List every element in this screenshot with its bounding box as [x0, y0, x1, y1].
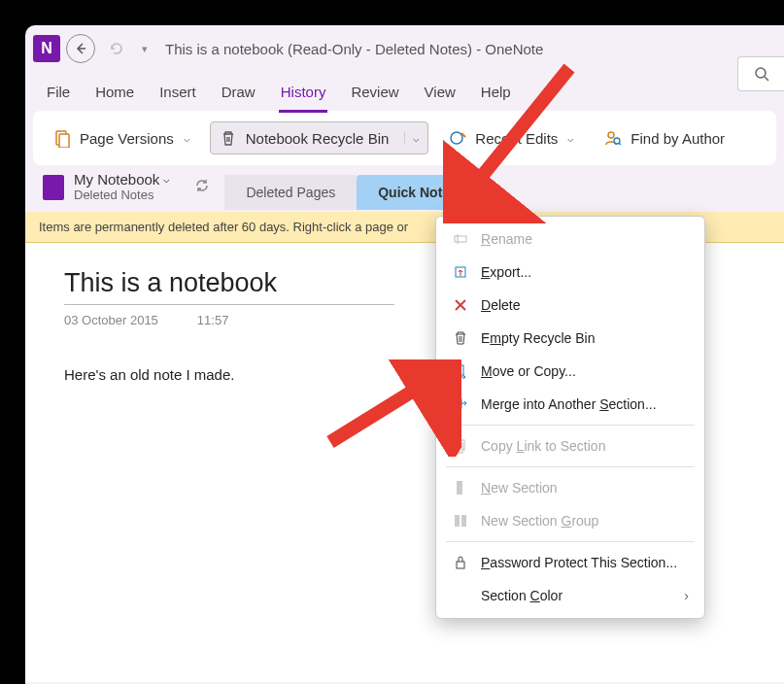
- notebook-picker[interactable]: My Notebook ⌵ Deleted Notes: [74, 171, 170, 202]
- ctx-rename: Rename: [436, 222, 704, 256]
- separator: [446, 541, 695, 542]
- chevron-down-icon: ⌵: [184, 132, 190, 145]
- ctx-section-color[interactable]: Section Color ›: [436, 579, 704, 612]
- separator: [446, 466, 695, 467]
- menu-help[interactable]: Help: [479, 80, 513, 110]
- undo-button[interactable]: [101, 34, 130, 63]
- qat-dropdown-icon[interactable]: ▾: [136, 43, 153, 55]
- notebook-bar: My Notebook ⌵ Deleted Notes Deleted Page…: [25, 165, 784, 212]
- recycle-bin-button[interactable]: Notebook Recycle Bin ⌵: [210, 121, 429, 154]
- page-versions-button[interactable]: Page Versions ⌵: [43, 122, 200, 154]
- search-icon: [753, 65, 770, 83]
- svg-rect-9: [455, 399, 461, 408]
- chevron-down-icon: ⌵: [404, 132, 420, 145]
- svg-point-3: [451, 132, 462, 144]
- merge-icon: [452, 395, 469, 413]
- notebook-subtitle: Deleted Notes: [74, 188, 170, 202]
- rename-icon: [452, 230, 469, 248]
- svg-point-4: [608, 132, 614, 138]
- ctx-merge[interactable]: Merge into Another Section...: [436, 388, 704, 421]
- onenote-app-icon: N: [33, 35, 60, 62]
- menu-insert[interactable]: Insert: [157, 80, 198, 110]
- trash-icon: [452, 329, 469, 347]
- delete-icon: [452, 296, 469, 314]
- page-title[interactable]: This is a notebook: [64, 268, 394, 305]
- chevron-down-icon: ⌵: [163, 173, 170, 186]
- note-time: 11:57: [197, 313, 229, 327]
- svg-rect-13: [455, 515, 460, 527]
- ribbon: Page Versions ⌵ Notebook Recycle Bin ⌵ R…: [33, 111, 776, 165]
- menu-review[interactable]: Review: [349, 80, 400, 110]
- svg-rect-12: [457, 481, 462, 495]
- recycle-bin-label: Notebook Recycle Bin: [246, 130, 390, 147]
- sync-icon[interactable]: [193, 177, 211, 198]
- search-box[interactable]: [737, 56, 784, 91]
- svg-rect-8: [456, 365, 463, 375]
- blank-icon: [452, 587, 469, 604]
- separator: [446, 425, 695, 426]
- find-by-author-label: Find by Author: [631, 130, 725, 147]
- menu-view[interactable]: View: [423, 80, 458, 110]
- chevron-right-icon: ›: [684, 588, 689, 603]
- note-date: 03 October 2015: [64, 313, 158, 327]
- recent-edits-label: Recent Edits: [475, 130, 558, 147]
- svg-rect-2: [59, 134, 69, 148]
- ctx-move-copy[interactable]: Move or Copy...: [436, 355, 704, 388]
- ctx-empty-recycle[interactable]: Empty Recycle Bin: [436, 322, 704, 355]
- context-menu: Rename Export... Delete Empty Recycle Bi…: [435, 216, 705, 619]
- ctx-new-section: New Section: [436, 471, 704, 504]
- section-icon: [452, 479, 469, 496]
- trash-icon: [219, 128, 238, 148]
- notebook-icon[interactable]: [43, 175, 64, 200]
- titlebar: N ▾ This is a notebook (Read-Only - Dele…: [25, 25, 784, 72]
- copy-link-icon: [452, 437, 469, 455]
- window-title: This is a notebook (Read-Only - Deleted …: [165, 41, 543, 57]
- export-icon: [452, 263, 469, 281]
- author-icon: [603, 128, 623, 148]
- svg-point-0: [756, 68, 766, 78]
- page-versions-icon: [52, 128, 72, 148]
- menu-draw[interactable]: Draw: [220, 80, 257, 110]
- tab-quick-notes[interactable]: Quick Notes: [357, 175, 479, 210]
- menu-home[interactable]: Home: [93, 80, 136, 110]
- notebook-name: My Notebook: [74, 171, 159, 188]
- menubar: File Home Insert Draw History Review Vie…: [25, 72, 784, 107]
- page-versions-label: Page Versions: [80, 130, 174, 147]
- ctx-password-protect[interactable]: Password Protect This Section...: [436, 546, 704, 579]
- move-icon: [452, 362, 469, 380]
- svg-rect-11: [455, 443, 462, 453]
- lock-icon: [452, 554, 469, 571]
- ctx-export[interactable]: Export...: [436, 256, 704, 289]
- ctx-new-section-group: New Section Group: [436, 504, 704, 537]
- svg-rect-6: [455, 236, 466, 242]
- menu-history[interactable]: History: [279, 80, 328, 113]
- menu-file[interactable]: File: [45, 80, 72, 110]
- ctx-copy-link: Copy Link to Section: [436, 429, 704, 462]
- recent-edits-button[interactable]: Recent Edits ⌵: [438, 122, 584, 154]
- svg-rect-14: [461, 515, 466, 527]
- chevron-down-icon: ⌵: [567, 132, 574, 145]
- back-button[interactable]: [66, 34, 95, 63]
- svg-rect-15: [457, 562, 464, 568]
- recent-edits-icon: [448, 128, 467, 148]
- tab-deleted-pages[interactable]: Deleted Pages: [224, 175, 357, 210]
- ctx-delete[interactable]: Delete: [436, 289, 704, 322]
- section-group-icon: [452, 512, 469, 530]
- find-by-author-button[interactable]: Find by Author: [594, 122, 734, 154]
